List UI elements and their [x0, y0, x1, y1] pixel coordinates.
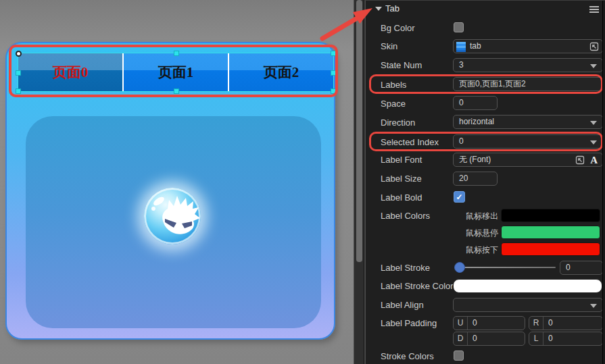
labels-label: Labels	[381, 80, 406, 90]
labels-value: 页面0,页面1,页面2	[459, 79, 526, 88]
inspector-title: Tab	[385, 3, 400, 14]
skin-thumbnail-icon	[456, 42, 466, 52]
tab-page-1[interactable]: 页面1	[124, 53, 228, 91]
padding-right-input[interactable]: R 0	[529, 316, 603, 330]
stroke-slider-handle[interactable]	[454, 262, 465, 273]
tab-page-0[interactable]: 页面0	[18, 53, 122, 91]
label-font-label: Label Font	[381, 155, 422, 165]
inspector-scrollbar[interactable]	[602, 1, 605, 364]
label-font-field[interactable]: 无 (Font) A	[453, 153, 603, 167]
selected-index-label: Selected Index	[381, 137, 439, 147]
label-align-dropdown[interactable]	[453, 298, 603, 312]
padding-right-prefix: R	[529, 317, 543, 330]
label-bold-checkbox[interactable]: ✓	[454, 191, 465, 203]
padding-right-value: 0	[543, 317, 553, 330]
state-num-value: 3	[459, 60, 464, 70]
scrollbar-thumb[interactable]	[356, 0, 362, 262]
padding-left-prefix: L	[529, 332, 543, 345]
label-size-input[interactable]: 20	[453, 172, 498, 186]
space-input[interactable]: 0	[453, 96, 498, 110]
padding-up-input[interactable]: U 0	[453, 316, 525, 330]
property-inspector: Tab Bg Color Skin tab State Num 3	[364, 0, 605, 364]
stroke-colors-checkbox[interactable]	[454, 350, 464, 361]
skin-label: Skin	[381, 41, 397, 51]
label-bold-label: Label Bold	[381, 192, 422, 203]
label-size-value: 20	[459, 174, 468, 183]
label-stroke-color-label: Label Stroke Color	[381, 281, 454, 291]
label-padding-label: Label Padding	[381, 318, 437, 328]
state-hover-color-swatch[interactable]	[501, 226, 600, 239]
labels-input[interactable]: 页面0,页面1,页面2	[453, 77, 603, 91]
padding-down-value: 0	[468, 332, 477, 345]
skin-field[interactable]: tab	[453, 39, 603, 53]
padding-left-input[interactable]: L 0	[529, 332, 603, 346]
label-stroke-label: Label Stroke	[381, 263, 430, 273]
select-font-icon[interactable]	[575, 155, 585, 165]
direction-dropdown[interactable]: horizontal	[453, 115, 603, 129]
collapse-triangle-icon[interactable]	[375, 7, 382, 11]
selected-index-dropdown[interactable]: 0	[453, 134, 603, 149]
state-out-color-swatch[interactable]	[501, 209, 600, 222]
state-num-label: State Num	[381, 60, 422, 70]
selected-index-value: 0	[459, 136, 464, 146]
state-hover-label: 鼠标悬停	[452, 228, 498, 239]
select-resource-icon[interactable]	[589, 42, 599, 51]
label-stroke-color-swatch[interactable]	[453, 279, 602, 293]
stroke-colors-label: Stroke Colors	[381, 351, 434, 361]
padding-down-prefix: D	[454, 332, 468, 345]
tab-widget-preview: 页面0 页面1 页面2	[18, 53, 333, 91]
label-colors-label: Label Colors	[381, 211, 430, 221]
stroke-slider-track[interactable]	[456, 267, 556, 268]
label-stroke-input[interactable]: 0	[560, 261, 603, 275]
padding-up-prefix: U	[454, 317, 468, 330]
padding-left-value: 0	[543, 332, 553, 345]
ball-icon	[144, 188, 201, 244]
label-font-value: 无 (Font)	[459, 155, 491, 164]
bg-color-label: Bg Color	[381, 23, 415, 33]
tab-page-2[interactable]: 页面2	[229, 53, 333, 91]
label-size-label: Label Size	[381, 174, 422, 184]
state-down-color-swatch[interactable]	[501, 242, 600, 256]
state-down-label: 鼠标按下	[452, 244, 498, 256]
padding-down-input[interactable]: D 0	[453, 332, 525, 346]
state-out-label: 鼠标移出	[452, 211, 498, 222]
padding-up-value: 0	[468, 317, 477, 330]
font-style-icon[interactable]: A	[590, 154, 598, 167]
direction-value: horizontal	[459, 117, 494, 126]
state-num-dropdown[interactable]: 3	[453, 58, 603, 72]
menu-icon[interactable]	[589, 5, 599, 13]
skin-value: tab	[470, 41, 481, 51]
label-stroke-value: 0	[566, 263, 571, 272]
bg-color-checkbox[interactable]	[454, 22, 464, 32]
stage-canvas[interactable]: 页面0 页面1 页面2	[0, 0, 354, 364]
label-align-label: Label Align	[381, 300, 424, 310]
ball-face-icon	[144, 188, 201, 244]
editor-window: 页面0 页面1 页面2 Tab Bg Color Skin	[0, 0, 605, 364]
space-label: Space	[381, 99, 406, 109]
space-value: 0	[459, 98, 464, 107]
pane-divider-scrollbar	[354, 0, 364, 364]
direction-label: Direction	[381, 118, 415, 128]
